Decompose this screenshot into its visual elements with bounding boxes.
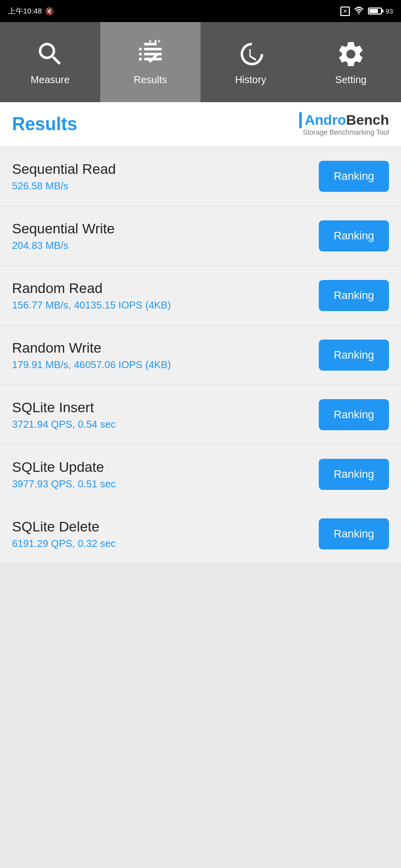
- result-info: Sequential Write 204.83 MB/s: [12, 221, 115, 251]
- page-header: Results AndroBench Storage Benchmarking …: [0, 102, 401, 147]
- status-bar-right: ✕ 93: [340, 7, 393, 16]
- result-value: 179.91 MB/s, 46057.06 IOPS (4KB): [12, 359, 171, 371]
- ranking-button[interactable]: Ranking: [319, 518, 389, 549]
- status-bar-left: 上午10:48 🔇: [8, 7, 54, 16]
- setting-icon: [336, 39, 366, 69]
- battery-x-icon: ✕: [340, 7, 350, 16]
- status-bar: 上午10:48 🔇 ✕ 93: [0, 0, 401, 22]
- wifi-icon: [354, 7, 364, 16]
- results-list: Sequential Read 526.58 MB/s Ranking Sequ…: [0, 147, 401, 564]
- tab-history[interactable]: History: [200, 22, 301, 102]
- brand-subtitle: Storage Benchmarking Tool: [303, 128, 389, 136]
- result-row: Sequential Read 526.58 MB/s Ranking: [0, 147, 401, 206]
- svg-point-0: [358, 13, 359, 15]
- result-row: Random Read 156.77 MB/s, 40135.15 IOPS (…: [0, 266, 401, 326]
- brand-name-part1: Andro: [305, 112, 346, 128]
- result-info: SQLite Insert 3721.94 QPS, 0.54 sec: [12, 400, 116, 430]
- brand-name: AndroBench: [305, 112, 389, 128]
- tab-measure[interactable]: Measure: [0, 22, 100, 102]
- ranking-button[interactable]: Ranking: [319, 280, 389, 311]
- result-row: Random Write 179.91 MB/s, 46057.06 IOPS …: [0, 326, 401, 385]
- result-row: SQLite Update 3977.93 QPS, 0.51 sec Rank…: [0, 445, 401, 504]
- page-title: Results: [12, 114, 77, 135]
- result-value: 3721.94 QPS, 0.54 sec: [12, 419, 116, 430]
- result-info: Random Write 179.91 MB/s, 46057.06 IOPS …: [12, 340, 171, 371]
- tab-setting[interactable]: Setting: [301, 22, 401, 102]
- ranking-button[interactable]: Ranking: [319, 340, 389, 371]
- result-name: SQLite Update: [12, 459, 116, 475]
- results-icon: [135, 39, 165, 69]
- mute-icon: 🔇: [45, 7, 54, 15]
- ranking-button[interactable]: Ranking: [319, 459, 389, 490]
- result-value: 156.77 MB/s, 40135.15 IOPS (4KB): [12, 300, 171, 311]
- brand-pipe: [299, 112, 302, 128]
- tab-bar: Measure Results History Setting: [0, 22, 401, 102]
- brand-name-part2: Bench: [346, 112, 389, 128]
- history-icon: [236, 39, 266, 69]
- tab-results[interactable]: Results: [100, 22, 200, 102]
- result-name: Random Read: [12, 280, 171, 297]
- result-info: Random Read 156.77 MB/s, 40135.15 IOPS (…: [12, 280, 171, 311]
- result-row: Sequential Write 204.83 MB/s Ranking: [0, 206, 401, 266]
- result-info: Sequential Read 526.58 MB/s: [12, 161, 116, 192]
- battery-icon: [368, 8, 382, 15]
- result-value: 204.83 MB/s: [12, 240, 115, 251]
- result-info: SQLite Delete 6191.29 QPS, 0.32 sec: [12, 519, 116, 549]
- ranking-button[interactable]: Ranking: [319, 220, 389, 251]
- result-name: SQLite Insert: [12, 400, 116, 416]
- result-name: Sequential Read: [12, 161, 116, 177]
- tab-history-label: History: [235, 74, 266, 86]
- result-name: Random Write: [12, 340, 171, 356]
- result-row: SQLite Insert 3721.94 QPS, 0.54 sec Rank…: [0, 385, 401, 445]
- result-value: 3977.93 QPS, 0.51 sec: [12, 478, 116, 490]
- result-value: 6191.29 QPS, 0.32 sec: [12, 538, 116, 549]
- battery-percent: 93: [386, 8, 393, 15]
- result-name: SQLite Delete: [12, 519, 116, 535]
- result-name: Sequential Write: [12, 221, 115, 237]
- result-row: SQLite Delete 6191.29 QPS, 0.32 sec Rank…: [0, 504, 401, 564]
- measure-icon: [35, 39, 65, 69]
- tab-setting-label: Setting: [335, 74, 366, 86]
- result-info: SQLite Update 3977.93 QPS, 0.51 sec: [12, 459, 116, 490]
- bottom-space: [0, 564, 401, 864]
- status-time: 上午10:48: [8, 7, 42, 16]
- ranking-button[interactable]: Ranking: [319, 161, 389, 192]
- ranking-button[interactable]: Ranking: [319, 399, 389, 430]
- brand-logo: AndroBench Storage Benchmarking Tool: [297, 112, 389, 136]
- tab-results-label: Results: [134, 74, 167, 86]
- tab-measure-label: Measure: [31, 74, 70, 86]
- result-value: 526.58 MB/s: [12, 180, 116, 192]
